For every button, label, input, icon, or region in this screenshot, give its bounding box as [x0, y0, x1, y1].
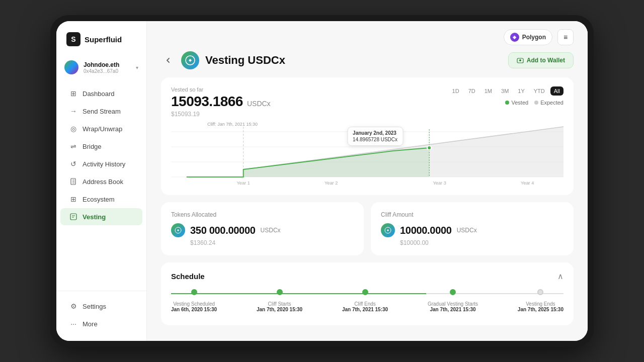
- legend-expected-dot: [534, 101, 538, 105]
- sidebar-item-label: Wrap/Unwrap: [83, 125, 122, 133]
- activity-history-icon: ↺: [69, 160, 77, 168]
- sidebar-item-settings[interactable]: ⚙ Settings: [60, 298, 142, 315]
- svg-rect-4: [70, 214, 76, 220]
- add-to-wallet-button[interactable]: Add to Wallet: [508, 52, 574, 68]
- filter-1d[interactable]: 1D: [449, 86, 463, 96]
- milestone-date-4: Jan 7th, 2025 15:30: [518, 307, 564, 312]
- page-content: Vesting USDCx Add to Wallet Veste: [147, 45, 588, 341]
- collapse-button[interactable]: ∧: [557, 272, 564, 281]
- milestone-label-1: Cliff Starts: [257, 301, 302, 307]
- stat-amount-row: 350 000.00000 USDCx: [171, 223, 354, 237]
- main-content: ◈ Polygon ≡: [147, 21, 588, 341]
- filter-all[interactable]: All: [550, 86, 564, 96]
- nav-items: ⊞ Dashboard → Send Stream ◎ Wrap/Unwrap …: [56, 81, 146, 291]
- milestone-dot-4: [537, 289, 543, 295]
- address-book-icon: [69, 177, 77, 186]
- milestone-dot-3: [450, 289, 456, 295]
- sidebar-item-label: Vesting: [83, 213, 106, 221]
- filter-7d[interactable]: 7D: [465, 86, 479, 96]
- user-info: Johndoe.eth 0x4a2e3...67a0: [84, 61, 131, 74]
- chart-svg: Year 1 Year 2 Year 3 Year 4: [171, 122, 564, 187]
- settings-icon: ⚙: [69, 302, 77, 310]
- chart-header: Vested so far 15093.1866 USDCx $15093.19…: [171, 86, 564, 118]
- svg-text:Year 1: Year 1: [237, 180, 250, 186]
- sidebar-logo: S Superfluid: [56, 21, 146, 55]
- back-button[interactable]: [161, 53, 175, 67]
- stat-usd-cliff: $10000.00: [381, 239, 564, 246]
- vested-token: USDCx: [247, 100, 271, 108]
- topbar: ◈ Polygon ≡: [147, 21, 588, 45]
- topbar-actions: ◈ Polygon ≡: [504, 29, 574, 45]
- token-icon-large: [181, 51, 199, 69]
- sidebar-item-wrap-unwrap[interactable]: ◎ Wrap/Unwrap: [60, 120, 142, 137]
- stats-row: Tokens Allocated 350 000.00000 USDCx: [161, 202, 574, 255]
- chevron-down-icon: ▾: [136, 65, 138, 70]
- filter-1y[interactable]: 1Y: [514, 86, 528, 96]
- time-filters: 1D 7D 1M 3M 1Y YTD All: [449, 86, 564, 96]
- timeline-points: Vesting Scheduled Jan 6th, 2020 15:30 Cl…: [171, 289, 564, 312]
- add-to-wallet-label: Add to Wallet: [527, 57, 565, 64]
- chart-card: Vested so far 15093.1866 USDCx $15093.19…: [161, 77, 574, 195]
- sidebar-item-more[interactable]: ··· More: [60, 315, 142, 332]
- stat-card-cliff-amount: Cliff Amount 10000.0000 USDCx $1: [371, 202, 574, 255]
- page-title: Vesting USDCx: [205, 54, 285, 67]
- sidebar-item-label: Address Book: [83, 178, 123, 186]
- sidebar-item-vesting[interactable]: Vesting: [60, 208, 142, 225]
- stat-token-cliff: USDCx: [457, 227, 477, 234]
- superfluid-logo-icon: S: [66, 32, 80, 46]
- sidebar-item-label: Dashboard: [83, 90, 115, 98]
- user-section[interactable]: Johndoe.eth 0x4a2e3...67a0 ▾: [56, 55, 146, 81]
- filter-3m[interactable]: 3M: [498, 86, 512, 96]
- ecosystem-icon: ⊞: [69, 195, 77, 203]
- milestone-date-2: Jan 7th, 2021 15:30: [342, 307, 388, 312]
- chart-area: Cliff: Jan 7th, 2021 15:30: [171, 122, 564, 187]
- stat-amount-row-cliff: 10000.0000 USDCx: [381, 223, 564, 237]
- vested-label: Vested so far: [171, 86, 271, 93]
- wrap-unwrap-icon: ◎: [69, 125, 77, 133]
- sidebar-item-label: Settings: [83, 303, 106, 310]
- milestone-cliff-starts: Cliff Starts Jan 7th, 2020 15:30: [257, 289, 302, 312]
- sidebar-item-address-book[interactable]: Address Book: [60, 173, 142, 190]
- milestone-label-4: Vesting Ends: [518, 301, 564, 307]
- sidebar-item-activity-history[interactable]: ↺ Activity History: [60, 155, 142, 172]
- vested-info: Vested so far 15093.1866 USDCx $15093.19: [171, 86, 271, 118]
- cliff-label: Cliff: Jan 7th, 2021 15:30: [207, 122, 258, 127]
- sidebar-bottom: ⚙ Settings ··· More: [56, 291, 146, 341]
- sidebar-item-bridge[interactable]: ⇌ Bridge: [60, 138, 142, 155]
- page-header: Vesting USDCx Add to Wallet: [161, 51, 574, 69]
- menu-button[interactable]: ≡: [557, 29, 574, 45]
- network-name: Polygon: [522, 34, 546, 41]
- vested-amount: 15093.1866: [171, 94, 243, 110]
- page-header-left: Vesting USDCx: [161, 51, 285, 69]
- vesting-icon: [69, 213, 77, 221]
- filter-ytd[interactable]: YTD: [530, 86, 548, 96]
- sidebar-item-dashboard[interactable]: ⊞ Dashboard: [60, 85, 142, 102]
- chart-legend: Vested Expected: [505, 100, 564, 106]
- svg-text:Year 2: Year 2: [325, 180, 338, 186]
- filter-1m[interactable]: 1M: [481, 86, 496, 96]
- milestone-date-3: Jan 7th, 2021 15:30: [428, 307, 478, 312]
- app-name: Superfluid: [85, 35, 122, 44]
- milestone-date-1: Jan 7th, 2020 15:30: [257, 307, 302, 312]
- sidebar-item-ecosystem[interactable]: ⊞ Ecosystem: [60, 191, 142, 208]
- svg-point-15: [427, 146, 431, 150]
- schedule-card: Schedule ∧ Vesting Scheduled Jan 6th, 20: [161, 262, 574, 325]
- schedule-title: Schedule: [171, 272, 205, 281]
- avatar: [64, 60, 78, 74]
- legend-vested: Vested: [505, 100, 528, 106]
- more-icon: ···: [69, 320, 77, 328]
- milestone-date-0: Jan 6th, 2020 15:30: [171, 307, 217, 312]
- sidebar-item-label: Activity History: [83, 160, 125, 168]
- stat-amount-tokens: 350 000.00000: [190, 225, 256, 236]
- sidebar-item-send-stream[interactable]: → Send Stream: [60, 103, 142, 120]
- sidebar-item-label: Ecosystem: [83, 196, 115, 203]
- vested-usd: $15093.19: [171, 111, 271, 118]
- milestone-label-2: Cliff Ends: [342, 301, 388, 307]
- legend-vested-dot: [505, 101, 509, 105]
- legend-vested-label: Vested: [511, 100, 528, 106]
- svg-text:Year 3: Year 3: [433, 180, 446, 186]
- network-selector-button[interactable]: ◈ Polygon: [504, 29, 552, 45]
- stat-amount-cliff: 10000.0000: [400, 225, 452, 236]
- stat-usd-tokens: $1360.24: [171, 239, 354, 246]
- svg-text:Year 4: Year 4: [521, 180, 534, 186]
